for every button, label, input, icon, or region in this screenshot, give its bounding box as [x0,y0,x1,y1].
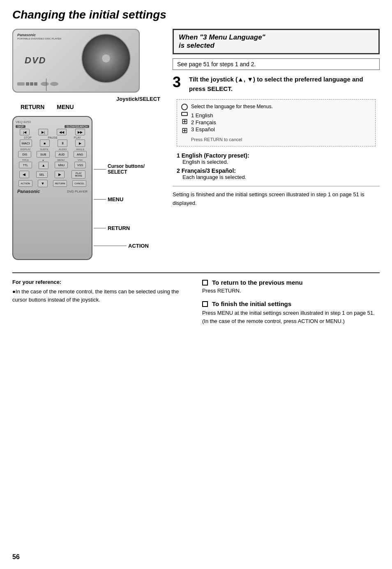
remote-section: VEQ 8253 SKIP SLOW/SEARCH |◀ ▶| ◀◀ ▶▶ [12,116,156,264]
audio-label: AUDIO [59,148,67,151]
stop-label: STOP [24,136,32,139]
icon-circle [181,104,188,110]
display-btn[interactable]: DIS [18,151,31,158]
cursor-label-group: Cursor buttons/ SELECT [94,163,145,175]
return-menu-title: To return to the previous menu [202,279,380,286]
menu-screenshot-inner: ⊞ ⊞ Select the language for these Menus.… [181,104,371,142]
right-column: When "3 Menu Language" is selected See p… [173,29,380,216]
remote-brand: Panasonic [17,189,40,194]
menu-cancel-text: Press RETURN to cancel [191,137,371,142]
option-1-desc: English is selected. [182,159,380,165]
audio-btn[interactable]: AUD [55,151,68,158]
main-content: Panasonic PORTABLE DVD/VIDEO DISC PLAYER… [12,29,380,264]
menu-btn[interactable]: MNU [55,162,68,168]
return-menu-label: To return to the previous menu [212,279,303,286]
pause-btn[interactable]: ⏸ [58,139,67,147]
vss-btn[interactable]: VSS [74,162,86,168]
banner-line2: is selected [179,42,374,50]
playmode-btn[interactable]: PLAY MODE [71,170,85,179]
menu-arrow-label: MENU [94,196,123,202]
checkbox-icon-2 [202,301,208,307]
option-2-desc: Each language is selected. [182,174,380,180]
play-btn[interactable]: ▶ [75,139,85,147]
remote-type: DVD PLAYER [67,190,88,193]
subtitle-btn[interactable]: SUB [37,151,50,158]
page-number: 56 [12,553,20,561]
left-column: Panasonic PORTABLE DVD/VIDEO DISC PLAYER… [12,29,164,264]
option-2-num: 2 [177,167,180,174]
dvd-logo: DVD [25,55,46,66]
down-btn[interactable]: ▼ [38,180,48,187]
step-number: 3 [173,75,185,90]
setting-finished: Setting is finished and the initial sett… [173,186,380,208]
finish-title: To finish the initial settings [202,300,380,307]
remote-model: VEQ 8253 [16,120,31,124]
remote-slow-btn[interactable]: SLOW/SEARCH [65,125,89,128]
pause-label: PAUSE [48,136,58,139]
cancel-btn[interactable]: CANCEL [72,180,86,187]
see-page-text: See page 51 for steps 1 and 2. [177,61,256,67]
return-menu-desc: Press RETURN. [202,288,380,294]
menu-banner: When "3 Menu Language" is selected [173,29,380,54]
menu-item-3: 3 Español [191,126,371,133]
display-label: DISPLAY [21,148,31,151]
menu-select-text: Select the language for these Menus. [191,104,371,109]
return-arrow-text: RETURN [108,225,130,231]
step-3-row: 3 Tilt the joystick (▲, ▼) to select the… [173,75,380,93]
menu-arrow-text: MENU [108,196,123,202]
page-title: Changing the initial settings [12,8,380,21]
option-2-title: Français/3 Español: [182,167,236,174]
menu-label: MENU [57,104,74,110]
for-ref-title: For your reference: [12,279,190,285]
bottom-section: For your reference: ●In the case of the … [12,272,380,325]
up-btn[interactable]: ▲ [39,162,48,169]
checkbox-icon-1 [202,280,208,286]
action-arrow-text: ACTION [128,243,149,249]
see-page-box: See page 51 for steps 1 and 2. [173,58,380,70]
menu-item-1: 1 English [191,112,371,119]
finish-label: To finish the initial settings [212,300,291,307]
option-1-title: English (Factory preset): [182,152,249,159]
page-container: Changing the initial settings Panasonic … [0,0,392,569]
fwd-btn[interactable]: ▶▶ [75,129,85,135]
maci-btn[interactable]: MACI [20,139,32,147]
next-btn[interactable]: ▶| [38,129,48,135]
icon-grid: ⊞ [182,118,188,125]
bottom-left: For your reference: ●In the case of the … [12,279,190,325]
return-btn[interactable]: RETURN [53,180,67,187]
icon-grid2: ⊞ [182,127,188,134]
sel-btn[interactable]: SEL [36,171,48,178]
angle-btn[interactable]: ANG [74,151,87,158]
select-label: SELECT [108,169,145,175]
bottom-right: To return to the previous menu Press RET… [202,279,380,325]
return-menu-labels: RETURN MENU [21,104,164,110]
step-text: Tilt the joystick (▲, ▼) to select the p… [189,75,380,93]
option-2: 2 Français/3 Español: Each language is s… [177,167,380,180]
action-arrow-label: ACTION [94,243,149,249]
vss-label: VSS [78,159,83,161]
left-btn[interactable]: ◀ [19,171,29,178]
menu-items-list: 1 English 2 Français 3 Español [191,112,371,133]
menu-remote-label: MENU [58,159,65,161]
remote-skip-btn[interactable]: SKIP [16,125,25,128]
icon-rect [181,112,188,116]
action-btn[interactable]: ACTION [18,180,32,187]
option-1: 1 English (Factory preset): English is s… [177,152,380,165]
right-btn[interactable]: ▶ [55,171,65,178]
banner-line1: When "3 Menu Language" [179,33,374,42]
angle-label: ANGLE [76,148,84,151]
finish-desc: Press MENU at the initial settings scree… [202,309,380,325]
product-label: PORTABLE DVD/VIDEO DISC PLAYER [17,37,61,40]
options-list: 1 English (Factory preset): English is s… [177,152,380,180]
title-btn[interactable]: TTL [19,162,32,168]
play-label: PLAY [74,136,81,139]
stop-btn[interactable]: ■ [40,139,50,147]
for-ref-text: ●In the case of the remote control, the … [12,288,190,304]
title-label: TITLE [22,159,29,161]
cursor-label: Cursor buttons/ [108,163,145,169]
menu-icons: ⊞ ⊞ [181,104,188,142]
rrev-btn[interactable]: ◀◀ [57,129,67,135]
prev-btn[interactable]: |◀ [20,129,30,135]
option-1-num: 1 [177,152,180,159]
joystick-label: Joystick/SELECT [12,96,160,102]
